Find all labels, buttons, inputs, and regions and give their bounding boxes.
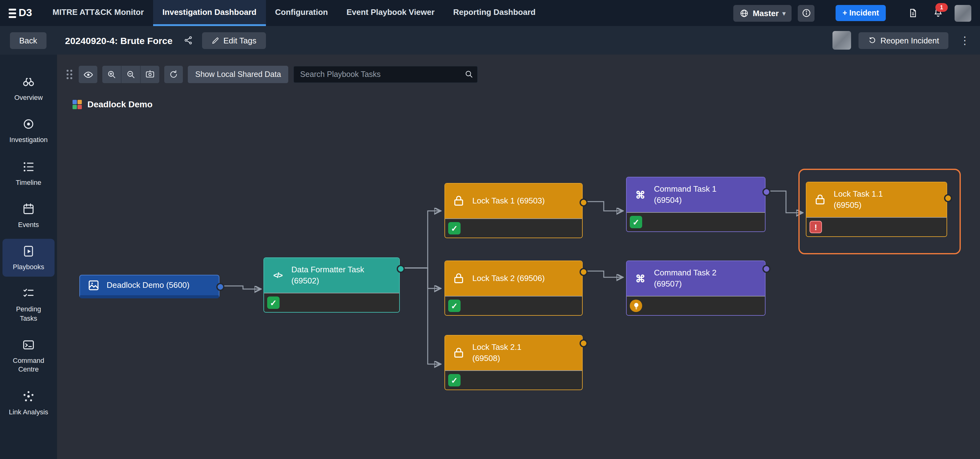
output-port[interactable] (216, 283, 224, 291)
node-lock-task-2[interactable]: Lock Task 2 (69506) ✓ (444, 260, 583, 316)
zoom-controls (102, 66, 159, 83)
success-status-icon: ✓ (630, 216, 642, 228)
edit-tags-button[interactable]: Edit Tags (202, 32, 266, 49)
sidebar-item-playbooks[interactable]: Playbooks (3, 239, 54, 277)
sidebar-label: Events (18, 220, 39, 229)
sidebar-label: Investigation (9, 135, 48, 145)
add-incident-button[interactable]: + Incident (836, 5, 886, 21)
output-port[interactable] (944, 194, 952, 202)
success-status-icon: ✓ (448, 374, 461, 386)
node-playbook-deadlock-demo[interactable]: Deadlock Demo (5600) (80, 275, 220, 298)
node-header: Lock Task 1.1 (69505) (807, 182, 947, 217)
sidebar-label: Playbooks (13, 262, 44, 271)
node-lock-task-2-1[interactable]: Lock Task 2.1 (69508) ✓ (444, 335, 583, 390)
terminal-icon (22, 338, 35, 352)
sidebar-item-overview[interactable]: Overview (3, 70, 54, 108)
notifications-button[interactable]: 1 (933, 6, 943, 19)
document-button[interactable] (908, 8, 918, 19)
playbook-title: Deadlock Demo (88, 99, 153, 109)
node-label: Lock Task 2 (69506) (473, 273, 545, 284)
top-navbar: D3 MITRE ATT&CK Monitor Investigation Da… (0, 0, 980, 26)
node-header: Lock Task 2.1 (69508) (445, 336, 582, 370)
tab-event-playbook-viewer[interactable]: Event Playbook Viewer (337, 0, 444, 26)
sidebar-item-events[interactable]: Events (3, 197, 54, 235)
reopen-icon (868, 36, 877, 45)
sidebar-label: Link Analysis (9, 407, 48, 416)
sidebar-label: Pending Tasks (13, 305, 45, 322)
command-icon: ⌘ (633, 189, 648, 201)
logo-text: D3 (19, 7, 32, 19)
output-port[interactable] (579, 268, 588, 276)
refresh-button[interactable] (164, 66, 183, 83)
toggle-visibility-button[interactable] (79, 66, 97, 83)
search-input[interactable] (293, 66, 478, 83)
reopen-incident-button[interactable]: Reopen Incident (859, 32, 948, 49)
node-label: Lock Task 1 (69503) (473, 195, 545, 206)
info-button[interactable] (798, 5, 815, 21)
drag-handle-icon[interactable] (65, 68, 74, 81)
reopen-incident-label: Reopen Incident (880, 36, 939, 45)
globe-icon (740, 8, 749, 18)
search-icon[interactable] (465, 70, 474, 81)
node-lock-task-1-1[interactable]: Lock Task 1.1 (69505) ! (806, 182, 947, 237)
awaiting-input-status-icon (630, 300, 642, 312)
tab-configuration[interactable]: Configuration (266, 0, 337, 26)
share-button[interactable] (184, 35, 194, 45)
output-port[interactable] (397, 265, 405, 273)
incident-header: Back 20240920-4: Brute Force Edit Tags R… (0, 26, 980, 54)
master-site-selector[interactable]: Master ▾ (733, 5, 792, 21)
success-status-icon: ✓ (267, 296, 280, 309)
zoom-out-button[interactable] (121, 66, 141, 83)
playbook-icon (22, 244, 35, 258)
node-status-bar (627, 296, 765, 315)
playbook-task-search (293, 66, 478, 83)
success-status-icon: ✓ (448, 222, 461, 234)
success-status-icon: ✓ (448, 300, 461, 312)
incident-title: 20240920-4: Brute Force (65, 35, 173, 46)
node-data-formatter-task[interactable]: </> Data Formatter Task (69502) ✓ (263, 257, 400, 312)
sidebar-item-timeline[interactable]: Timeline (3, 154, 54, 192)
more-options-button[interactable]: ⋮ (956, 34, 974, 47)
tab-mitre-attck-monitor[interactable]: MITRE ATT&CK Monitor (43, 0, 153, 26)
zoom-out-icon (126, 70, 136, 80)
code-icon: </> (270, 271, 285, 280)
sidebar-item-command-centre[interactable]: Command Centre (3, 333, 54, 379)
sidebar-item-investigation[interactable]: Investigation (3, 112, 54, 150)
assignee-avatar[interactable] (833, 31, 851, 49)
tab-reporting-dashboard[interactable]: Reporting Dashboard (444, 0, 545, 26)
eye-icon (83, 69, 93, 80)
output-port[interactable] (762, 265, 770, 273)
node-status-bar: ✓ (264, 293, 399, 312)
fit-view-button[interactable] (141, 66, 159, 83)
show-local-shared-data-button[interactable]: Show Local Shared Data (188, 66, 288, 83)
node-status-bar: ✓ (445, 370, 582, 389)
node-lock-task-1[interactable]: Lock Task 1 (69503) ✓ (444, 183, 583, 238)
sidebar-item-pending-tasks[interactable]: Pending Tasks (3, 281, 54, 328)
output-port[interactable] (762, 188, 770, 196)
output-port[interactable] (579, 199, 588, 207)
back-button[interactable]: Back (10, 32, 46, 49)
node-label: Lock Task 2.1 (69508) (473, 342, 546, 364)
image-icon (86, 279, 101, 292)
node-command-task-1[interactable]: ⌘ Command Task 1 (69504) ✓ (626, 177, 765, 232)
playbook-canvas[interactable]: Show Local Shared Data Deadlock Demo (57, 54, 980, 459)
user-avatar[interactable] (955, 5, 971, 21)
chevron-down-icon: ▾ (783, 10, 786, 16)
d3-logo: D3 (9, 7, 32, 19)
sidebar-item-link-analysis[interactable]: Link Analysis (3, 384, 54, 422)
output-port[interactable] (579, 339, 588, 347)
share-icon (184, 35, 194, 45)
lock-icon (451, 272, 466, 285)
lock-icon (813, 193, 827, 206)
calendar-icon (22, 202, 35, 216)
main-nav-tabs: MITRE ATT&CK Monitor Investigation Dashb… (43, 0, 545, 26)
node-label: Deadlock Demo (5600) (107, 280, 189, 291)
zoom-in-button[interactable] (102, 66, 121, 83)
node-header: </> Data Formatter Task (69502) (264, 258, 399, 293)
tab-investigation-dashboard[interactable]: Investigation Dashboard (153, 0, 266, 26)
node-command-task-2[interactable]: ⌘ Command Task 2 (69507) (626, 260, 765, 316)
playbook-grid-icon (73, 100, 82, 109)
lock-icon (451, 347, 466, 359)
node-label: Lock Task 1.1 (69505) (834, 189, 907, 210)
node-status-bar: ✓ (445, 296, 582, 315)
